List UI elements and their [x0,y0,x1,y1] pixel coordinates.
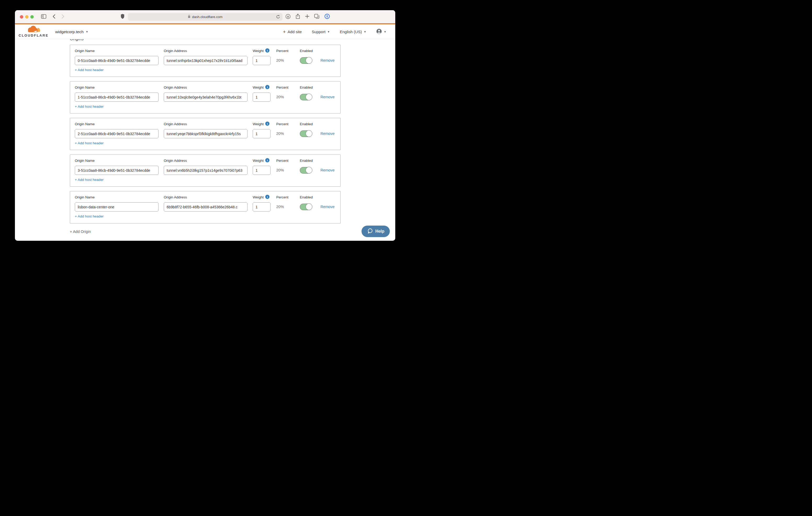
add-host-header-link[interactable]: + Add host header [75,214,104,218]
enabled-toggle[interactable] [300,94,312,100]
chevron-right-icon [61,14,65,20]
weight-input[interactable] [253,202,270,211]
toggle-knob [306,57,312,64]
origin-card: Origin Name Origin Address Weight i Perc… [70,191,341,223]
remove-origin-link[interactable]: Remove [320,56,335,65]
origin-address-input[interactable] [164,56,248,65]
enabled-toggle[interactable] [300,167,312,174]
weight-label: Weight [253,86,264,89]
origin-address-label: Origin Address [164,49,187,53]
weight-label: Weight [253,195,264,199]
toggle-knob [306,203,312,210]
help-label: Help [375,229,384,234]
percent-value: 20% [276,166,284,175]
tab-overview-button[interactable] [314,10,320,23]
minimize-window-button[interactable] [25,15,29,19]
enabled-toggle[interactable] [300,57,312,64]
plus-icon: + [283,30,286,34]
close-window-button[interactable] [20,15,23,19]
new-tab-button[interactable] [304,10,310,23]
enabled-label: Enabled [300,159,313,162]
cloudflare-wordmark: CLOUDFLARE [19,33,48,37]
help-button[interactable]: Help [361,225,390,237]
origin-address-input[interactable] [164,93,248,102]
enabled-label: Enabled [300,86,313,89]
remove-origin-link[interactable]: Remove [320,129,335,138]
download-icon [285,14,291,20]
forward-button[interactable] [60,10,66,23]
add-host-header-link[interactable]: + Add host header [75,178,104,182]
chat-bubble-icon [367,228,373,235]
language-menu[interactable]: English (US) ▼ [340,30,366,34]
support-label: Support [312,30,326,34]
percent-label: Percent [276,122,289,126]
origin-name-input[interactable] [75,202,158,211]
percent-label: Percent [276,49,289,53]
origin-address-input[interactable] [164,166,248,175]
origin-name-label: Origin Name [75,122,95,126]
weight-input[interactable] [253,129,270,138]
origin-card: Origin Name Origin Address Weight i Perc… [70,45,341,77]
weight-input[interactable] [253,166,270,175]
enabled-label: Enabled [300,49,313,53]
toggle-knob [306,167,312,174]
add-site-button[interactable]: + Add site [283,30,302,34]
reload-icon[interactable] [276,14,280,20]
percent-value: 20% [276,56,284,65]
info-icon[interactable]: i [265,158,269,162]
weight-label: Weight [253,49,264,53]
back-button[interactable] [51,10,57,23]
content-blocker-button[interactable] [120,10,125,23]
lock-icon [188,14,191,19]
zone-selector[interactable]: widgetcorp.tech ▼ [55,24,88,39]
origin-name-input[interactable] [75,166,158,175]
toggle-knob [306,94,312,100]
origin-name-label: Origin Name [75,195,95,199]
origin-name-input[interactable] [75,129,158,138]
tab-overview-icon [314,14,319,20]
info-icon[interactable]: i [265,195,269,199]
support-menu[interactable]: Support ▼ [312,30,330,34]
add-host-header-link[interactable]: + Add host header [75,141,104,145]
sidebar-toggle-button[interactable] [40,10,47,23]
toggle-knob [306,130,312,137]
add-origin-link[interactable]: + Add Origin [70,230,91,234]
enabled-toggle[interactable] [300,130,312,137]
dashboard-header: CLOUDFLARE widgetcorp.tech ▼ + Add site … [15,24,395,39]
origin-address-input[interactable] [164,202,248,211]
info-icon[interactable]: i [265,48,269,53]
enabled-toggle[interactable] [300,204,312,210]
url-text: dash.cloudflare.com [192,15,222,19]
origin-name-input[interactable] [75,56,158,65]
percent-label: Percent [276,86,289,89]
zoom-window-button[interactable] [30,15,34,19]
onepassword-extension-button[interactable] [324,10,330,23]
add-host-header-link[interactable]: + Add host header [75,104,104,109]
weight-label: Weight [253,159,264,162]
remove-origin-link[interactable]: Remove [320,202,335,211]
add-site-label: Add site [288,30,301,34]
weight-label: Weight [253,122,264,126]
downloads-button[interactable] [285,10,291,23]
origin-name-label: Origin Name [75,86,95,89]
percent-value: 20% [276,129,284,138]
url-bar[interactable]: dash.cloudflare.com [128,13,283,21]
origin-name-label: Origin Name [75,49,95,53]
remove-origin-link[interactable]: Remove [320,166,335,175]
cloudflare-logo[interactable]: CLOUDFLARE [19,26,48,37]
remove-origin-link[interactable]: Remove [320,93,335,102]
origin-address-input[interactable] [164,129,248,138]
share-button[interactable] [295,10,301,23]
account-menu[interactable]: ▼ [376,29,386,35]
weight-input[interactable] [253,56,270,65]
info-icon[interactable]: i [265,85,269,89]
origin-address-label: Origin Address [164,159,187,162]
percent-label: Percent [276,195,289,199]
chevron-down-icon: ▼ [86,30,88,33]
chevron-down-icon: ▼ [384,30,386,33]
origin-name-input[interactable] [75,93,158,102]
weight-input[interactable] [253,93,270,102]
info-icon[interactable]: i [265,122,269,126]
add-host-header-link[interactable]: + Add host header [75,68,104,72]
origin-card: Origin Name Origin Address Weight i Perc… [70,154,341,187]
